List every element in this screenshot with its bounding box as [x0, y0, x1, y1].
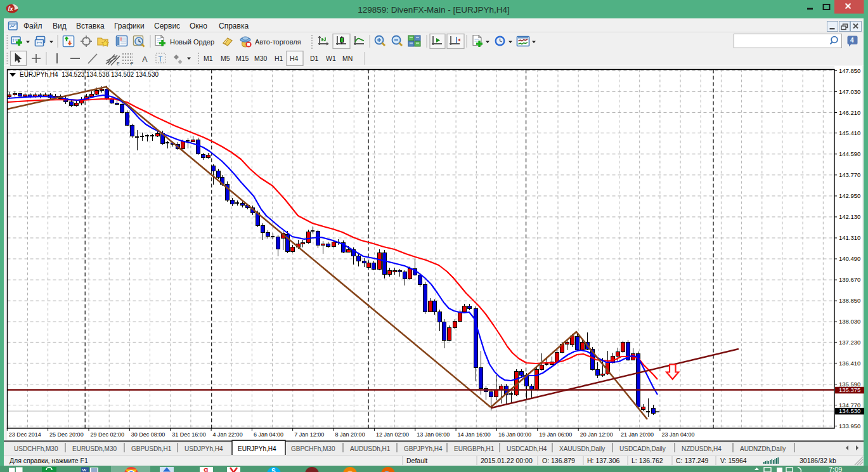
svg-text:138.030: 138.030 — [839, 318, 860, 325]
svg-text:Новый Ордер: Новый Ордер — [170, 38, 214, 46]
svg-text:EURJPYh,H4: EURJPYh,H4 — [238, 445, 276, 452]
svg-text:EURGBPh,H1: EURGBPh,H1 — [454, 445, 495, 452]
svg-text:13 Jan 08:00: 13 Jan 08:00 — [417, 431, 450, 438]
svg-text:145.410: 145.410 — [839, 129, 860, 136]
svg-text:138.850: 138.850 — [839, 297, 860, 304]
svg-text:C: 137.249: C: 137.249 — [676, 457, 709, 464]
svg-text:XAUUSDh,Daily: XAUUSDh,Daily — [559, 445, 605, 452]
svg-text:31 Dec 16:00: 31 Dec 16:00 — [172, 431, 206, 438]
svg-text:Я: Я — [204, 468, 208, 472]
svg-text:25 Dec 20:00: 25 Dec 20:00 — [49, 431, 84, 438]
svg-text:NZDUSDh,H4: NZDUSDh,H4 — [682, 445, 722, 452]
svg-text:139.670: 139.670 — [839, 276, 860, 283]
svg-text:29 Dec 02:00: 29 Dec 02:00 — [91, 431, 125, 438]
svg-text:T: T — [159, 55, 163, 63]
svg-text:EURJPYh,H4 134.523 134.538 13: EURJPYh,H4 134.523 134.538 134.502 134.5… — [20, 71, 159, 78]
svg-text:F: F — [131, 62, 133, 66]
svg-text:fx: fx — [8, 6, 14, 12]
svg-text:Вид: Вид — [53, 22, 67, 30]
svg-text:20 Jan 12:00: 20 Jan 12:00 — [580, 431, 613, 438]
svg-text:GBPJPYh,H4: GBPJPYh,H4 — [404, 445, 443, 452]
svg-text:AUDUSDh,H1: AUDUSDh,H1 — [350, 445, 391, 452]
svg-text:D1: D1 — [310, 55, 319, 62]
svg-text:L: 136.762: L: 136.762 — [632, 457, 663, 464]
svg-text:142.130: 142.130 — [839, 213, 860, 220]
svg-text:6 Jan 04:00: 6 Jan 04:00 — [254, 431, 283, 438]
svg-text:Графики: Графики — [114, 22, 145, 30]
svg-text:H1: H1 — [275, 55, 283, 62]
svg-text:147.030: 147.030 — [839, 88, 860, 95]
svg-text:4: 4 — [850, 37, 854, 44]
svg-text:4 Jan 22:00: 4 Jan 22:00 — [213, 431, 243, 438]
svg-text:O: 136.879: O: 136.879 — [542, 457, 575, 464]
svg-text:Окно: Окно — [190, 22, 207, 30]
svg-text:147.850: 147.850 — [839, 67, 860, 74]
svg-text:146.210: 146.210 — [839, 109, 860, 116]
svg-text:M15: M15 — [236, 55, 249, 62]
svg-text:USDJPYh,H4: USDJPYh,H4 — [185, 445, 223, 452]
svg-text:Вставка: Вставка — [76, 22, 105, 30]
svg-text:142.950: 142.950 — [839, 192, 860, 199]
svg-text:S: S — [271, 468, 276, 472]
svg-text:23 Dec 2014: 23 Dec 2014 — [9, 431, 41, 438]
svg-text:GBPCHFh,M30: GBPCHFh,M30 — [291, 445, 335, 452]
svg-text:30186/32 kb: 30186/32 kb — [800, 457, 836, 464]
svg-text:W1: W1 — [326, 55, 336, 62]
svg-text:V: 15964: V: 15964 — [720, 457, 747, 464]
svg-text:129859: DivenFX-Main - [EURJPY: 129859: DivenFX-Main - [EURJPYh,H4] — [358, 5, 509, 15]
svg-text:7 Jan 12:00: 7 Jan 12:00 — [294, 431, 324, 438]
svg-text:H4: H4 — [290, 55, 299, 62]
svg-text:134.530: 134.530 — [839, 407, 860, 414]
svg-text:16 Jan 00:00: 16 Jan 00:00 — [498, 431, 531, 438]
svg-text:USDCHFh,M30: USDCHFh,M30 — [14, 445, 58, 452]
svg-text:MN: MN — [342, 55, 353, 62]
svg-text:Файл: Файл — [23, 22, 42, 30]
svg-text:137.230: 137.230 — [839, 339, 860, 346]
svg-text:7:09: 7:09 — [829, 466, 842, 472]
svg-text:141.310: 141.310 — [839, 234, 860, 241]
svg-text:140.490: 140.490 — [839, 255, 860, 262]
svg-text:14 Jan 16:00: 14 Jan 16:00 — [458, 431, 491, 438]
svg-text:133.950: 133.950 — [839, 423, 860, 429]
svg-text:Сервис: Сервис — [154, 22, 180, 30]
svg-text:30 Dec 08:00: 30 Dec 08:00 — [131, 431, 165, 438]
svg-text:135.375: 135.375 — [839, 386, 860, 393]
svg-text:136.410: 136.410 — [839, 360, 860, 367]
svg-text:EURUSDh,M30: EURUSDh,M30 — [72, 445, 117, 452]
svg-text:19 Jan 06:00: 19 Jan 06:00 — [539, 431, 572, 438]
svg-text:Default: Default — [406, 457, 427, 464]
svg-text:M30: M30 — [254, 55, 268, 62]
svg-text:E: E — [117, 62, 120, 66]
svg-text:Авто-торговля: Авто-торговля — [255, 38, 301, 46]
svg-text:M5: M5 — [221, 55, 230, 62]
svg-text:H: 137.306: H: 137.306 — [587, 457, 620, 464]
svg-text:12 Jan 02:00: 12 Jan 02:00 — [376, 431, 409, 438]
svg-text:AUDNZDh,Daily: AUDNZDh,Daily — [740, 445, 786, 452]
svg-text:GBPUSDh,H1: GBPUSDh,H1 — [131, 445, 172, 452]
svg-text:USDCADh,H4: USDCADh,H4 — [507, 445, 547, 452]
svg-text:8 Jan 20:00: 8 Jan 20:00 — [335, 431, 365, 438]
svg-text:143.770: 143.770 — [839, 171, 860, 178]
svg-text:144.590: 144.590 — [839, 150, 860, 157]
svg-text:2015.01.22 00:00: 2015.01.22 00:00 — [481, 457, 533, 464]
svg-text:Для справки, нажмите F1: Для справки, нажмите F1 — [10, 457, 88, 464]
svg-text:M1: M1 — [204, 55, 213, 62]
svg-text:23 Jan 04:00: 23 Jan 04:00 — [661, 431, 694, 438]
svg-text:21 Jan 20:00: 21 Jan 20:00 — [621, 431, 654, 438]
svg-text:Справка: Справка — [219, 22, 249, 30]
svg-text:USDCADh,Daily: USDCADh,Daily — [619, 445, 666, 452]
svg-text:A: A — [142, 55, 148, 64]
